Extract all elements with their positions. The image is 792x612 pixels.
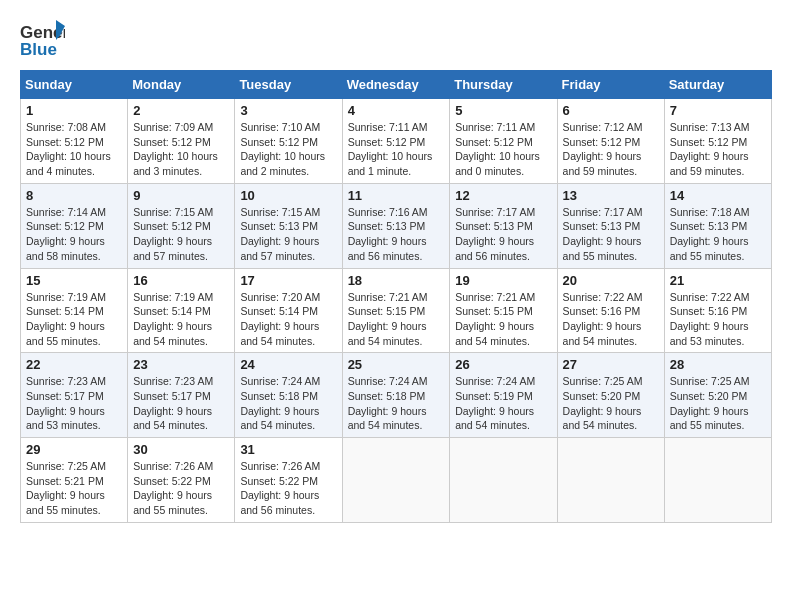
- day-number: 16: [133, 273, 229, 288]
- calendar-cell: [450, 438, 557, 523]
- day-number: 29: [26, 442, 122, 457]
- day-number: 7: [670, 103, 766, 118]
- day-number: 17: [240, 273, 336, 288]
- day-number: 3: [240, 103, 336, 118]
- calendar-week-row: 22Sunrise: 7:23 AMSunset: 5:17 PMDayligh…: [21, 353, 772, 438]
- day-number: 11: [348, 188, 445, 203]
- day-info: Sunrise: 7:19 AMSunset: 5:14 PMDaylight:…: [133, 290, 229, 349]
- day-info: Sunrise: 7:22 AMSunset: 5:16 PMDaylight:…: [563, 290, 659, 349]
- calendar-cell: 29Sunrise: 7:25 AMSunset: 5:21 PMDayligh…: [21, 438, 128, 523]
- day-info: Sunrise: 7:26 AMSunset: 5:22 PMDaylight:…: [133, 459, 229, 518]
- calendar-cell: 12Sunrise: 7:17 AMSunset: 5:13 PMDayligh…: [450, 183, 557, 268]
- day-number: 14: [670, 188, 766, 203]
- day-info: Sunrise: 7:25 AMSunset: 5:21 PMDaylight:…: [26, 459, 122, 518]
- day-info: Sunrise: 7:10 AMSunset: 5:12 PMDaylight:…: [240, 120, 336, 179]
- day-number: 2: [133, 103, 229, 118]
- day-number: 26: [455, 357, 551, 372]
- day-number: 25: [348, 357, 445, 372]
- day-number: 13: [563, 188, 659, 203]
- calendar-cell: 25Sunrise: 7:24 AMSunset: 5:18 PMDayligh…: [342, 353, 450, 438]
- day-number: 9: [133, 188, 229, 203]
- calendar-cell: 1Sunrise: 7:08 AMSunset: 5:12 PMDaylight…: [21, 99, 128, 184]
- calendar-cell: [342, 438, 450, 523]
- logo-svg: GeneralBlue: [20, 20, 65, 60]
- calendar-cell: 18Sunrise: 7:21 AMSunset: 5:15 PMDayligh…: [342, 268, 450, 353]
- day-number: 31: [240, 442, 336, 457]
- calendar-cell: 27Sunrise: 7:25 AMSunset: 5:20 PMDayligh…: [557, 353, 664, 438]
- day-info: Sunrise: 7:15 AMSunset: 5:13 PMDaylight:…: [240, 205, 336, 264]
- day-info: Sunrise: 7:11 AMSunset: 5:12 PMDaylight:…: [348, 120, 445, 179]
- day-info: Sunrise: 7:21 AMSunset: 5:15 PMDaylight:…: [455, 290, 551, 349]
- calendar-cell: 21Sunrise: 7:22 AMSunset: 5:16 PMDayligh…: [664, 268, 771, 353]
- calendar-cell: 30Sunrise: 7:26 AMSunset: 5:22 PMDayligh…: [128, 438, 235, 523]
- day-number: 12: [455, 188, 551, 203]
- day-of-week-header: Saturday: [664, 71, 771, 99]
- calendar-cell: [557, 438, 664, 523]
- calendar-cell: 23Sunrise: 7:23 AMSunset: 5:17 PMDayligh…: [128, 353, 235, 438]
- day-number: 21: [670, 273, 766, 288]
- day-info: Sunrise: 7:11 AMSunset: 5:12 PMDaylight:…: [455, 120, 551, 179]
- day-info: Sunrise: 7:15 AMSunset: 5:12 PMDaylight:…: [133, 205, 229, 264]
- calendar-cell: 4Sunrise: 7:11 AMSunset: 5:12 PMDaylight…: [342, 99, 450, 184]
- day-info: Sunrise: 7:18 AMSunset: 5:13 PMDaylight:…: [670, 205, 766, 264]
- page-header: GeneralBlue: [20, 20, 772, 60]
- day-info: Sunrise: 7:21 AMSunset: 5:15 PMDaylight:…: [348, 290, 445, 349]
- day-number: 6: [563, 103, 659, 118]
- day-info: Sunrise: 7:24 AMSunset: 5:18 PMDaylight:…: [240, 374, 336, 433]
- calendar-table: SundayMondayTuesdayWednesdayThursdayFrid…: [20, 70, 772, 523]
- day-number: 18: [348, 273, 445, 288]
- day-number: 24: [240, 357, 336, 372]
- day-info: Sunrise: 7:23 AMSunset: 5:17 PMDaylight:…: [133, 374, 229, 433]
- day-info: Sunrise: 7:09 AMSunset: 5:12 PMDaylight:…: [133, 120, 229, 179]
- calendar-cell: 22Sunrise: 7:23 AMSunset: 5:17 PMDayligh…: [21, 353, 128, 438]
- calendar-week-row: 8Sunrise: 7:14 AMSunset: 5:12 PMDaylight…: [21, 183, 772, 268]
- day-number: 4: [348, 103, 445, 118]
- day-of-week-header: Wednesday: [342, 71, 450, 99]
- day-info: Sunrise: 7:22 AMSunset: 5:16 PMDaylight:…: [670, 290, 766, 349]
- day-info: Sunrise: 7:23 AMSunset: 5:17 PMDaylight:…: [26, 374, 122, 433]
- day-of-week-header: Thursday: [450, 71, 557, 99]
- day-number: 27: [563, 357, 659, 372]
- day-info: Sunrise: 7:17 AMSunset: 5:13 PMDaylight:…: [563, 205, 659, 264]
- calendar-week-row: 1Sunrise: 7:08 AMSunset: 5:12 PMDaylight…: [21, 99, 772, 184]
- day-number: 28: [670, 357, 766, 372]
- day-number: 5: [455, 103, 551, 118]
- calendar-week-row: 15Sunrise: 7:19 AMSunset: 5:14 PMDayligh…: [21, 268, 772, 353]
- day-number: 10: [240, 188, 336, 203]
- calendar-cell: 31Sunrise: 7:26 AMSunset: 5:22 PMDayligh…: [235, 438, 342, 523]
- day-number: 20: [563, 273, 659, 288]
- logo: GeneralBlue: [20, 20, 65, 60]
- day-info: Sunrise: 7:17 AMSunset: 5:13 PMDaylight:…: [455, 205, 551, 264]
- calendar-cell: 16Sunrise: 7:19 AMSunset: 5:14 PMDayligh…: [128, 268, 235, 353]
- calendar-cell: [664, 438, 771, 523]
- day-info: Sunrise: 7:24 AMSunset: 5:19 PMDaylight:…: [455, 374, 551, 433]
- calendar-cell: 11Sunrise: 7:16 AMSunset: 5:13 PMDayligh…: [342, 183, 450, 268]
- day-of-week-header: Tuesday: [235, 71, 342, 99]
- calendar-cell: 19Sunrise: 7:21 AMSunset: 5:15 PMDayligh…: [450, 268, 557, 353]
- calendar-cell: 2Sunrise: 7:09 AMSunset: 5:12 PMDaylight…: [128, 99, 235, 184]
- calendar-cell: 5Sunrise: 7:11 AMSunset: 5:12 PMDaylight…: [450, 99, 557, 184]
- day-of-week-header: Sunday: [21, 71, 128, 99]
- day-info: Sunrise: 7:26 AMSunset: 5:22 PMDaylight:…: [240, 459, 336, 518]
- calendar-cell: 13Sunrise: 7:17 AMSunset: 5:13 PMDayligh…: [557, 183, 664, 268]
- calendar-cell: 6Sunrise: 7:12 AMSunset: 5:12 PMDaylight…: [557, 99, 664, 184]
- calendar-cell: 8Sunrise: 7:14 AMSunset: 5:12 PMDaylight…: [21, 183, 128, 268]
- calendar-cell: 9Sunrise: 7:15 AMSunset: 5:12 PMDaylight…: [128, 183, 235, 268]
- day-info: Sunrise: 7:12 AMSunset: 5:12 PMDaylight:…: [563, 120, 659, 179]
- day-number: 19: [455, 273, 551, 288]
- calendar-cell: 24Sunrise: 7:24 AMSunset: 5:18 PMDayligh…: [235, 353, 342, 438]
- calendar-cell: 28Sunrise: 7:25 AMSunset: 5:20 PMDayligh…: [664, 353, 771, 438]
- calendar-cell: 3Sunrise: 7:10 AMSunset: 5:12 PMDaylight…: [235, 99, 342, 184]
- calendar-cell: 17Sunrise: 7:20 AMSunset: 5:14 PMDayligh…: [235, 268, 342, 353]
- day-info: Sunrise: 7:16 AMSunset: 5:13 PMDaylight:…: [348, 205, 445, 264]
- calendar-cell: 14Sunrise: 7:18 AMSunset: 5:13 PMDayligh…: [664, 183, 771, 268]
- day-info: Sunrise: 7:13 AMSunset: 5:12 PMDaylight:…: [670, 120, 766, 179]
- day-number: 23: [133, 357, 229, 372]
- calendar-cell: 20Sunrise: 7:22 AMSunset: 5:16 PMDayligh…: [557, 268, 664, 353]
- calendar-cell: 7Sunrise: 7:13 AMSunset: 5:12 PMDaylight…: [664, 99, 771, 184]
- day-of-week-header: Friday: [557, 71, 664, 99]
- day-info: Sunrise: 7:20 AMSunset: 5:14 PMDaylight:…: [240, 290, 336, 349]
- calendar-header-row: SundayMondayTuesdayWednesdayThursdayFrid…: [21, 71, 772, 99]
- day-info: Sunrise: 7:24 AMSunset: 5:18 PMDaylight:…: [348, 374, 445, 433]
- day-info: Sunrise: 7:08 AMSunset: 5:12 PMDaylight:…: [26, 120, 122, 179]
